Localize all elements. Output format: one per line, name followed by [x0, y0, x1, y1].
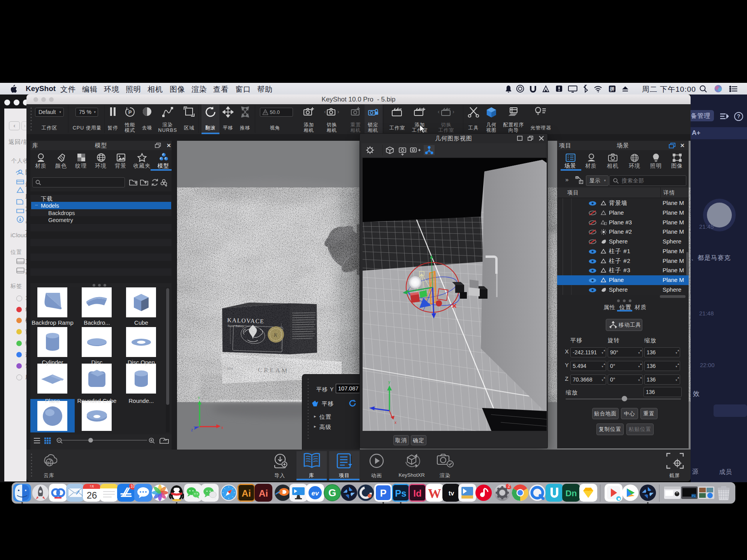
svg-text:P: P	[380, 488, 387, 499]
svg-text:z: z	[191, 428, 193, 432]
svg-text:‹: ‹	[324, 108, 326, 115]
svg-text:Id: Id	[413, 488, 421, 499]
svg-text:y: y	[388, 380, 390, 384]
svg-text:拼: 拼	[610, 86, 615, 92]
svg-text:›: ›	[337, 108, 339, 115]
svg-text:G: G	[328, 487, 336, 499]
svg-text:7月: 7月	[90, 485, 94, 488]
svg-text:Ai: Ai	[242, 488, 251, 499]
svg-text:y: y	[198, 396, 200, 399]
svg-text:x: x	[221, 425, 223, 430]
svg-text:Dn: Dn	[565, 488, 577, 498]
svg-text:Ai: Ai	[259, 488, 268, 499]
svg-text:Ps: Ps	[395, 488, 406, 499]
svg-text:›: ›	[452, 108, 454, 115]
svg-text:P: P	[128, 109, 132, 115]
svg-text:‹: ‹	[438, 108, 440, 115]
svg-text:2: 2	[508, 484, 510, 488]
svg-text:Ps: Ps	[692, 494, 695, 498]
svg-text:x: x	[395, 420, 396, 425]
svg-text:ev: ev	[312, 490, 319, 497]
svg-text:W: W	[428, 486, 441, 500]
svg-text:26: 26	[87, 490, 97, 500]
svg-text:tv: tv	[449, 490, 454, 497]
